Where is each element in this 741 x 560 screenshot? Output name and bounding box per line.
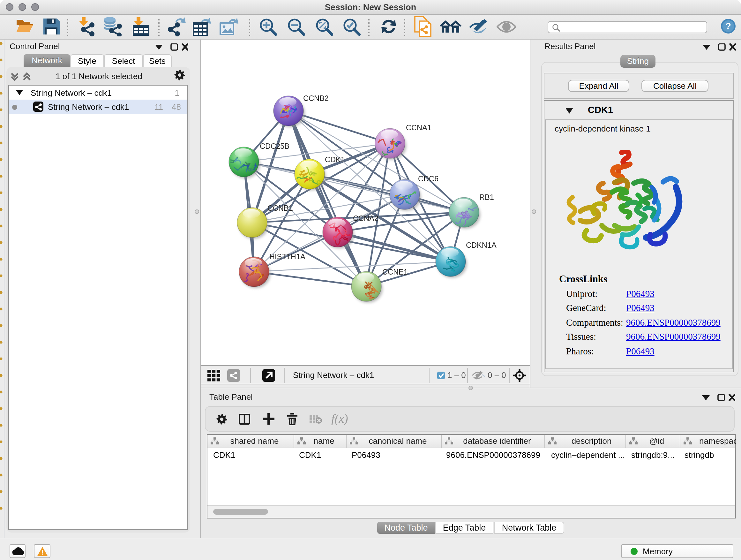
svg-text:HIST1H1A: HIST1H1A [269, 253, 306, 261]
svg-text:CDKN1A: CDKN1A [466, 241, 496, 249]
svg-text:CCNA2: CCNA2 [353, 214, 379, 223]
svg-text:CCNB1: CCNB1 [267, 204, 293, 212]
svg-text:?: ? [725, 21, 731, 31]
svg-text:CDC25B: CDC25B [260, 142, 289, 150]
svg-text:RB1: RB1 [479, 193, 494, 201]
svg-text:CCNB2: CCNB2 [303, 94, 329, 103]
svg-text:CDC6: CDC6 [418, 175, 439, 183]
svg-text:CCNA1: CCNA1 [406, 124, 431, 132]
svg-text:CCNE1: CCNE1 [382, 268, 408, 276]
svg-text:CDK1: CDK1 [325, 155, 345, 164]
